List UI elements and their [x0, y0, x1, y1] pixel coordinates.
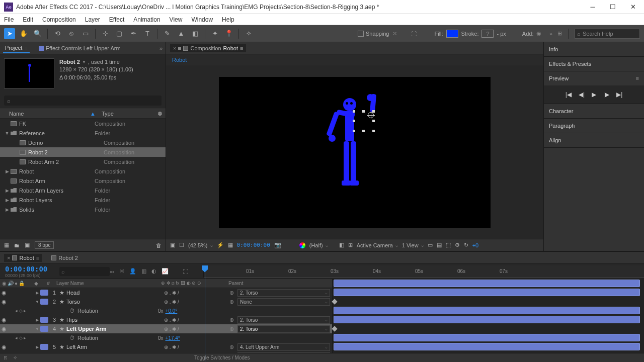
- project-search-input[interactable]: ⌕: [4, 96, 162, 106]
- zoom-tool[interactable]: 🔍: [32, 28, 43, 39]
- timeline-layer-row[interactable]: ◉ ▼ 2 ★ Torso ⊕ . ✱ / ⊚ None⌵: [0, 297, 332, 306]
- close-tab-icon[interactable]: ×: [7, 255, 10, 261]
- twisty-icon[interactable]: ▼: [34, 300, 40, 304]
- bpc-button[interactable]: 8 bpc: [35, 241, 54, 249]
- text-tool[interactable]: T: [142, 28, 153, 39]
- hand-tool[interactable]: ✋: [18, 28, 29, 39]
- current-time[interactable]: 0:00:00:00: [237, 242, 270, 248]
- comp-name-dropdown-icon[interactable]: ▼: [82, 59, 86, 65]
- layer-switches[interactable]: ⊕ . ✱ /: [162, 290, 228, 296]
- camera-dropdown[interactable]: Active Camera: [357, 242, 398, 248]
- twisty-icon[interactable]: ▶: [4, 207, 10, 212]
- column-type-header[interactable]: Type: [99, 111, 157, 117]
- layer-duration-bar[interactable]: [334, 307, 640, 314]
- layer-switches[interactable]: ⊕ . ✱ /: [162, 344, 228, 350]
- visibility-toggle[interactable]: ◉: [0, 290, 8, 296]
- menu-layer[interactable]: Layer: [85, 16, 100, 23]
- snapping-checkbox[interactable]: [358, 31, 364, 37]
- project-item[interactable]: ▶ Robot Layers Folder: [0, 195, 166, 205]
- timeline-search-input[interactable]: ⌕: [59, 267, 110, 276]
- visibility-toggle[interactable]: ◉: [0, 317, 8, 323]
- panel-align[interactable]: Align: [544, 133, 644, 147]
- comp-mini-flowchart-icon[interactable]: ⚏: [110, 268, 115, 275]
- flowchart-icon[interactable]: ⚉: [157, 111, 163, 117]
- adjust-exposure-icon[interactable]: ▤: [437, 242, 442, 248]
- timeline-tab-robot[interactable]: × Robot ≡: [4, 254, 42, 262]
- panel-paragraph[interactable]: Paragraph: [544, 119, 644, 133]
- zoom-dropdown[interactable]: (42.5%): [188, 242, 213, 248]
- timeline-property-row[interactable]: ◂ ◇ ▸ ⏱Rotation 0x+17.4°: [0, 333, 332, 342]
- comp-flowchart-link[interactable]: Robot: [172, 57, 187, 63]
- menu-help[interactable]: Help: [222, 16, 234, 23]
- menu-effect[interactable]: Effect: [109, 16, 124, 23]
- anchor-tool[interactable]: ⊹: [100, 28, 111, 39]
- panel-overflow-icon[interactable]: »: [159, 45, 163, 51]
- expand-pane-icon[interactable]: ⎘: [4, 355, 7, 360]
- pickwhip-icon[interactable]: ⊚: [229, 326, 235, 332]
- layer-duration-bar[interactable]: [334, 343, 640, 350]
- selection-tool[interactable]: ➤: [4, 28, 15, 39]
- parent-dropdown[interactable]: 2. Torso⌵: [237, 325, 330, 333]
- comp-tab-robot[interactable]: × Composition Robot ≡: [170, 44, 246, 52]
- pickwhip-icon[interactable]: ⊚: [229, 290, 235, 296]
- shape-tool[interactable]: ▢: [114, 28, 125, 39]
- twisty-icon[interactable]: ▶: [34, 291, 40, 295]
- layer-duration-bar[interactable]: [334, 334, 640, 341]
- parent-dropdown[interactable]: 4. Left Upper Arm⌵: [237, 343, 330, 351]
- stamp-tool[interactable]: ▲: [176, 28, 187, 39]
- layer-switches[interactable]: ⊕ . ✱ /: [162, 317, 228, 323]
- transparency-grid-icon[interactable]: ▦: [228, 242, 233, 248]
- viewer-canvas[interactable]: [219, 77, 491, 228]
- label-color[interactable]: [40, 326, 48, 332]
- timeline-track-area[interactable]: [332, 279, 644, 353]
- pickwhip-icon[interactable]: ⊚: [229, 317, 235, 323]
- close-button[interactable]: ✕: [626, 2, 640, 12]
- keyframe-icon[interactable]: [332, 326, 337, 331]
- first-frame-button[interactable]: |◀: [566, 91, 572, 98]
- always-preview-icon[interactable]: ☐: [179, 242, 184, 248]
- layer-name[interactable]: Left Upper Arm: [65, 326, 162, 332]
- selection-handles[interactable]: [353, 110, 375, 132]
- new-comp-icon[interactable]: ▣: [25, 242, 30, 248]
- timeline-timecode[interactable]: 0:00:00:00 00000 (25.00 fps): [0, 265, 55, 278]
- panel-info[interactable]: Info: [544, 42, 644, 56]
- project-item[interactable]: ▶ Robot Composition: [0, 166, 166, 176]
- 3d-view-icon[interactable]: ⬚: [446, 242, 451, 248]
- timeline-layer-row[interactable]: ◉ ▼ 4 ★ Left Upper Arm ⊕ . ✱ / ⊚ 2. Tors…: [0, 324, 332, 333]
- panel-character[interactable]: Character: [544, 104, 644, 118]
- layer-switches[interactable]: ⊕ . ✱ /: [162, 299, 228, 305]
- time-ruler[interactable]: 01s 02s 03s 04s 05s 06s 07s: [204, 265, 644, 278]
- snapshot-icon[interactable]: 📷: [274, 242, 281, 248]
- region-of-interest-icon[interactable]: ◧: [339, 242, 344, 248]
- project-item[interactable]: Demo Composition: [0, 138, 166, 147]
- project-item[interactable]: Robot 2 Composition: [0, 147, 166, 157]
- layer-name[interactable]: Hips: [65, 317, 162, 323]
- puppet-tool[interactable]: 📍: [223, 28, 234, 39]
- grid-guides-icon[interactable]: ⊞: [348, 242, 353, 248]
- project-item[interactable]: ▶ Solids Folder: [0, 205, 166, 214]
- last-frame-button[interactable]: ▶|: [616, 91, 622, 98]
- eraser-tool[interactable]: ◧: [190, 28, 201, 39]
- twisty-icon[interactable]: ▶: [4, 169, 10, 174]
- property-value[interactable]: 0x+0.0°: [156, 308, 222, 314]
- layer-name-column[interactable]: Layer Name: [53, 281, 159, 286]
- toggle-pane-icon[interactable]: ✧: [13, 355, 17, 360]
- menu-edit[interactable]: Edit: [23, 16, 33, 23]
- label-color[interactable]: [40, 317, 48, 323]
- rotate-tool[interactable]: ⎋: [66, 28, 77, 39]
- visibility-toggle[interactable]: ◉: [0, 326, 8, 332]
- visibility-toggle[interactable]: ◉: [0, 299, 8, 305]
- label-color[interactable]: [40, 290, 48, 296]
- tab-project[interactable]: Project ≡: [3, 43, 30, 53]
- panel-preview[interactable]: Preview ≡: [544, 71, 644, 85]
- layer-duration-bar[interactable]: [334, 316, 640, 323]
- views-dropdown[interactable]: 1 View: [402, 242, 424, 248]
- renderer-icon[interactable]: ⚙: [455, 242, 460, 248]
- panel-menu-icon[interactable]: ≡: [36, 255, 39, 261]
- label-color[interactable]: [40, 299, 48, 305]
- project-item[interactable]: ▼ Reference Folder: [0, 128, 166, 138]
- timeline-tab-robot2[interactable]: Robot 2: [48, 254, 81, 262]
- twisty-icon[interactable]: ▼: [4, 131, 10, 136]
- draft-3d-icon[interactable]: ❊: [120, 268, 124, 275]
- property-value[interactable]: 0x+17.4°: [156, 335, 222, 341]
